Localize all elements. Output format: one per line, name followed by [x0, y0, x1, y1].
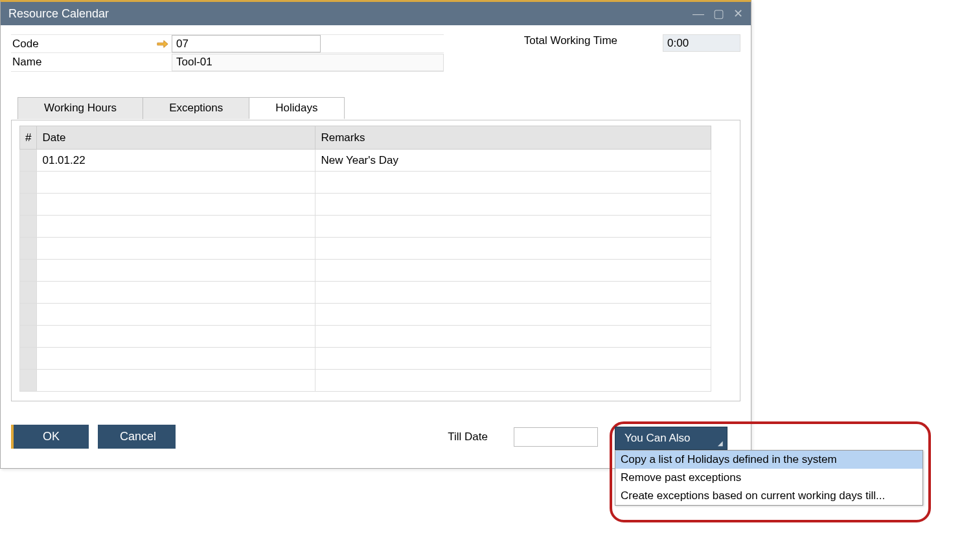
cell-date[interactable] [37, 348, 315, 370]
dropdown-item-create-exceptions[interactable]: Create exceptions based on current worki… [615, 487, 922, 505]
cell-remarks[interactable] [315, 172, 711, 194]
table-row[interactable] [20, 348, 711, 370]
code-label: Code [11, 38, 154, 50]
row-handle[interactable] [20, 260, 37, 282]
content-area: Code Name Total Working Time Wo [1, 25, 751, 468]
cell-date[interactable] [37, 326, 315, 348]
dropdown-menu: Copy a list of Holidays defined in the s… [615, 450, 923, 506]
name-label: Name [11, 56, 154, 69]
col-num[interactable]: # [20, 126, 37, 150]
cell-remarks[interactable] [315, 348, 711, 370]
titlebar: Resource Calendar — ▢ ✕ [1, 2, 751, 25]
till-date-input[interactable] [514, 427, 598, 447]
table-row[interactable] [20, 282, 711, 304]
col-date[interactable]: Date [37, 126, 315, 150]
name-row: Name [11, 53, 444, 72]
footer: OK Cancel Till Date You Can Also ◢ Copy … [11, 425, 740, 458]
dropdown-caret-icon: ◢ [718, 440, 723, 447]
total-working-value [663, 34, 740, 52]
row-handle[interactable] [20, 238, 37, 260]
tabs: Working Hours Exceptions Holidays [17, 98, 734, 120]
table-row[interactable] [20, 216, 711, 238]
minimize-icon[interactable]: — [693, 7, 704, 21]
window-title: Resource Calendar [8, 7, 693, 21]
cell-date[interactable] [37, 194, 315, 216]
you-can-also-dropdown: You Can Also ◢ Copy a list of Holidays d… [615, 427, 923, 506]
ok-button[interactable]: OK [11, 425, 89, 449]
dropdown-label: You Can Also [624, 432, 690, 444]
cell-date[interactable] [37, 282, 315, 304]
table-row[interactable]: 01.01.22 New Year's Day [20, 150, 711, 172]
cell-remarks[interactable] [315, 194, 711, 216]
code-input[interactable] [172, 35, 321, 52]
resource-calendar-window: Resource Calendar — ▢ ✕ Code Name [0, 0, 751, 469]
cell-date[interactable] [37, 172, 315, 194]
link-arrow-icon[interactable] [154, 39, 172, 49]
tab-panel: # Date Remarks 01.01.22 New Year's Day [11, 120, 740, 401]
tab-working-hours[interactable]: Working Hours [17, 97, 143, 119]
cell-date[interactable] [37, 238, 315, 260]
row-handle[interactable] [20, 172, 37, 194]
tab-exceptions[interactable]: Exceptions [143, 97, 249, 119]
cell-date[interactable] [37, 370, 315, 392]
row-handle[interactable] [20, 216, 37, 238]
you-can-also-button[interactable]: You Can Also ◢ [615, 427, 727, 450]
holidays-table-container: # Date Remarks 01.01.22 New Year's Day [12, 126, 702, 392]
holidays-table: # Date Remarks 01.01.22 New Year's Day [19, 126, 711, 392]
dropdown-item-remove-past[interactable]: Remove past exceptions [615, 469, 922, 487]
form-top: Code Name Total Working Time [11, 34, 740, 72]
cancel-button[interactable]: Cancel [98, 425, 176, 449]
table-row[interactable] [20, 326, 711, 348]
form-right: Total Working Time [524, 34, 740, 72]
table-row[interactable] [20, 238, 711, 260]
row-handle[interactable] [20, 194, 37, 216]
col-remarks[interactable]: Remarks [315, 126, 711, 150]
cell-date[interactable] [37, 260, 315, 282]
cell-remarks[interactable] [315, 216, 711, 238]
close-icon[interactable]: ✕ [733, 6, 743, 21]
tab-holidays[interactable]: Holidays [249, 97, 344, 119]
window-controls: — ▢ ✕ [693, 6, 743, 21]
cell-remarks[interactable] [315, 326, 711, 348]
row-handle[interactable] [20, 370, 37, 392]
cell-remarks[interactable]: New Year's Day [315, 150, 711, 172]
table-row[interactable] [20, 194, 711, 216]
cell-remarks[interactable] [315, 282, 711, 304]
table-row[interactable] [20, 304, 711, 326]
row-handle[interactable] [20, 326, 37, 348]
dropdown-item-copy-holidays[interactable]: Copy a list of Holidays defined in the s… [615, 451, 922, 469]
row-handle[interactable] [20, 348, 37, 370]
cell-remarks[interactable] [315, 260, 711, 282]
cell-remarks[interactable] [315, 304, 711, 326]
cell-remarks[interactable] [315, 370, 711, 392]
row-handle[interactable] [20, 282, 37, 304]
row-handle[interactable] [20, 150, 37, 172]
table-row[interactable] [20, 260, 711, 282]
table-row[interactable] [20, 172, 711, 194]
maximize-icon[interactable]: ▢ [713, 6, 724, 21]
till-date-label: Till Date [448, 431, 488, 443]
form-left: Code Name [11, 34, 444, 72]
table-row[interactable] [20, 370, 711, 392]
cell-date[interactable] [37, 304, 315, 326]
name-input[interactable] [172, 54, 444, 71]
cell-remarks[interactable] [315, 238, 711, 260]
total-working-label: Total Working Time [524, 34, 617, 47]
row-handle[interactable] [20, 304, 37, 326]
code-row: Code [11, 34, 444, 53]
cell-date[interactable]: 01.01.22 [37, 150, 315, 172]
cell-date[interactable] [37, 216, 315, 238]
